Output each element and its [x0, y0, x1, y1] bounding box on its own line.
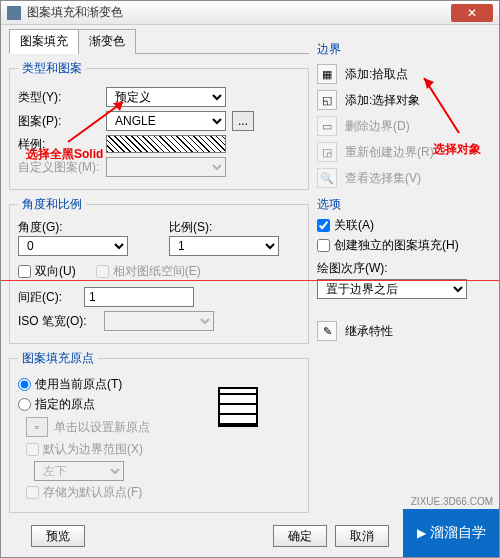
custom-pattern-label: 自定义图案(M): [18, 159, 100, 176]
type-select[interactable]: 预定义 [106, 87, 226, 107]
pattern-preview[interactable] [106, 135, 226, 153]
hatch-origin-legend: 图案填充原点 [18, 350, 98, 367]
type-pattern-group: 类型和图案 类型(Y): 预定义 图案(P): ANGLE ... 样例: 自定… [9, 60, 309, 190]
cancel-button[interactable]: 取消 [335, 525, 389, 547]
type-pattern-legend: 类型和图案 [18, 60, 86, 77]
spacing-input[interactable] [84, 287, 194, 307]
angle-scale-legend: 角度和比例 [18, 196, 86, 213]
angle-scale-group: 角度和比例 角度(G): 0 比例(S): 1 双向(U) 相对图纸空间(E) [9, 196, 309, 344]
recreate-boundary-icon: ◲ [317, 142, 337, 162]
origin-preview-icon [218, 387, 258, 427]
options-title: 选项 [317, 196, 491, 213]
draw-order-select[interactable]: 置于边界之后 [317, 279, 467, 299]
view-selection-icon: 🔍 [317, 168, 337, 188]
window-title: 图案填充和渐变色 [27, 4, 451, 21]
custom-pattern-select [106, 157, 226, 177]
bidir-check[interactable]: 双向(U) [18, 263, 76, 280]
recreate-boundary: ◲ 重新创建边界(R) [317, 142, 491, 162]
watermark-logo: ▶ 溜溜自学 [403, 509, 499, 557]
paper-space-check: 相对图纸空间(E) [96, 263, 201, 280]
logo-brand: 溜溜自学 [430, 524, 486, 542]
logo-site: ZIXUE.3D66.COM [411, 496, 493, 507]
hatch-dialog: 图案填充和渐变色 ✕ 图案填充 渐变色 类型和图案 类型(Y): 预定义 图案(… [0, 0, 500, 558]
tab-gradient[interactable]: 渐变色 [78, 29, 136, 54]
inherit-props[interactable]: ✎ 继承特性 [317, 321, 491, 341]
angle-label: 角度(G): [18, 219, 149, 236]
scale-select[interactable]: 1 [169, 236, 279, 256]
boundary-title: 边界 [317, 41, 491, 58]
add-pick-points[interactable]: ▦ 添加:拾取点 [317, 64, 491, 84]
add-select-objects[interactable]: ◱ 添加:选择对象 [317, 90, 491, 110]
click-set-origin-label: 单击以设置新原点 [54, 419, 150, 436]
corner-select: 左下 [34, 461, 124, 481]
default-boundary-check: 默认为边界范围(X) [26, 441, 300, 458]
view-selection: 🔍 查看选择集(V) [317, 168, 491, 188]
paper-space-checkbox [96, 265, 109, 278]
remove-boundary-icon: ▭ [317, 116, 337, 136]
pattern-select[interactable]: ANGLE [106, 111, 226, 131]
independent-hatch-check[interactable]: 创建独立的图案填充(H) [317, 237, 491, 254]
remove-boundary: ▭ 删除边界(D) [317, 116, 491, 136]
draw-order-label: 绘图次序(W): [317, 260, 491, 277]
pick-point-icon: ▦ [317, 64, 337, 84]
associative-check[interactable]: 关联(A) [317, 217, 491, 234]
hatch-origin-group: 图案填充原点 使用当前原点(T) 指定的原点 ▫ 单击以设置新原点 默认为边界范… [9, 350, 309, 513]
titlebar[interactable]: 图案填充和渐变色 ✕ [1, 1, 499, 25]
dialog-buttons: 确定 取消 [273, 525, 389, 547]
bidir-checkbox[interactable] [18, 265, 31, 278]
sample-label: 样例: [18, 136, 100, 153]
pick-origin-button: ▫ [26, 417, 48, 437]
store-default-check: 存储为默认原点(F) [26, 484, 300, 501]
scale-label: 比例(S): [169, 219, 300, 236]
type-label: 类型(Y): [18, 89, 100, 106]
app-icon [7, 6, 21, 20]
preview-button[interactable]: 预览 [31, 525, 85, 547]
pattern-label: 图案(P): [18, 113, 100, 130]
iso-width-label: ISO 笔宽(O): [18, 313, 98, 330]
right-column: 边界 ▦ 添加:拾取点 ◱ 添加:选择对象 ▭ 删除边界(D) ◲ 重新创建边界… [317, 29, 491, 557]
inherit-icon: ✎ [317, 321, 337, 341]
spacing-label: 间距(C): [18, 289, 78, 306]
angle-select[interactable]: 0 [18, 236, 128, 256]
pattern-browse-button[interactable]: ... [232, 111, 254, 131]
play-icon: ▶ [417, 526, 426, 540]
tab-hatch[interactable]: 图案填充 [9, 29, 79, 54]
dialog-body: 图案填充 渐变色 类型和图案 类型(Y): 预定义 图案(P): ANGLE .… [1, 25, 499, 557]
select-objects-icon: ◱ [317, 90, 337, 110]
iso-width-select [104, 311, 214, 331]
tabs: 图案填充 渐变色 [9, 29, 309, 54]
left-column: 图案填充 渐变色 类型和图案 类型(Y): 预定义 图案(P): ANGLE .… [9, 29, 309, 557]
ok-button[interactable]: 确定 [273, 525, 327, 547]
close-icon[interactable]: ✕ [451, 4, 493, 22]
